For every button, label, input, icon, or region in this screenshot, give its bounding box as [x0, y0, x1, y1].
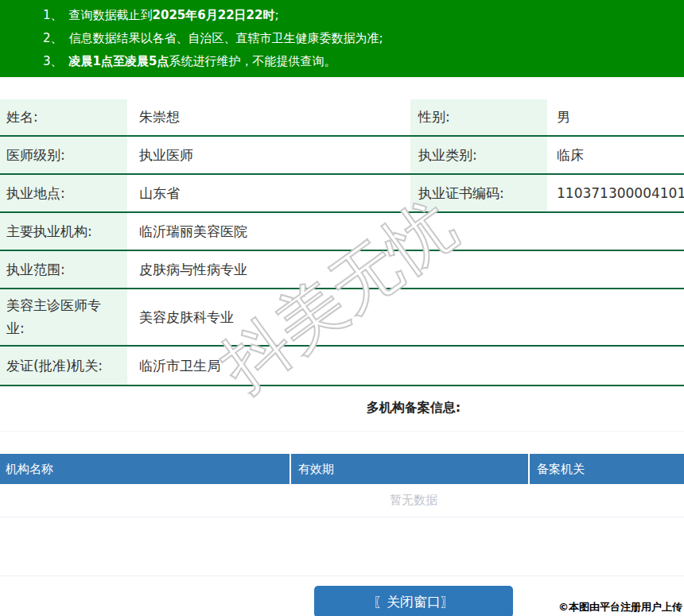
field-value-practice-place: 山东省 [127, 175, 410, 211]
notice-text: ; [274, 8, 278, 22]
field-label-gender: 性别: [410, 99, 547, 135]
field-value-practice-category: 临床 [547, 137, 684, 173]
notice-text: 系统进行维护，不能提供查询。 [169, 54, 336, 68]
field-label-practice-category: 执业类别: [410, 137, 547, 173]
field-label-certificate-no: 执业证书编码: [410, 175, 547, 211]
field-label-practice-scope: 执业范围: [0, 251, 127, 288]
notice-banner: 1、查询数据截止到2025年6月22日22时; 2、信息数据结果以各省、自治区、… [0, 0, 684, 77]
notice-item-2: 2、信息数据结果以各省、自治区、直辖市卫生健康委数据为准; [43, 27, 684, 50]
divider [0, 431, 684, 432]
table-row-place-certno: 执业地点: 山东省 执业证书编码: 110371300004101 [0, 175, 684, 213]
query-result-page: 1、查询数据截止到2025年6月22日22时; 2、信息数据结果以各省、自治区、… [0, 0, 684, 616]
multi-org-table-header: 机构名称 有效期 备案机关 [0, 454, 684, 484]
notice-number: 3、 [43, 54, 63, 68]
close-window-button[interactable]: 〖关闭窗口〗 [314, 586, 513, 616]
field-label-main-org: 主要执业机构: [0, 213, 127, 250]
field-value-cosmetic-specialty: 美容皮肤科专业 [127, 289, 684, 345]
field-value-name: 朱崇想 [127, 99, 410, 135]
table-row-practice-scope: 执业范围: 皮肤病与性病专业 [0, 251, 684, 289]
field-label-cosmetic-specialty: 美容主诊医师专业: [0, 289, 127, 345]
table-row-name-gender: 姓名: 朱崇想 性别: 男 [0, 99, 684, 137]
field-value-certificate-no: 110371300004101 [547, 175, 684, 211]
doctor-info-table: 姓名: 朱崇想 性别: 男 医师级别: 执业医师 执业类别: 临床 执业地点: … [0, 99, 684, 386]
notice-text: 信息数据结果以各省、自治区、直辖市卫生健康委数据为准; [69, 31, 383, 45]
notice-text-bold: 2025年6月22日22时 [153, 8, 275, 22]
field-value-doctor-level: 执业医师 [127, 137, 410, 173]
notice-number: 2、 [43, 31, 63, 45]
table-empty-row: 暂无数据 [0, 484, 684, 517]
table-body-spacer [0, 517, 684, 576]
notice-item-1: 1、查询数据截止到2025年6月22日22时; [43, 4, 684, 27]
field-value-issuing-authority: 临沂市卫生局 [127, 347, 684, 385]
column-header-valid-period: 有效期 [291, 454, 530, 484]
column-header-filing-authority: 备案机关 [530, 454, 684, 484]
field-label-practice-place: 执业地点: [0, 175, 127, 211]
field-label-issuing-authority: 发证(批准)机关: [0, 347, 127, 385]
upload-stamp-note: ©本图由平台注册用户上传 [558, 600, 682, 614]
notice-text-bold: 凌晨1点至凌晨5点 [69, 54, 169, 68]
table-row-cosmetic-specialty: 美容主诊医师专业: 美容皮肤科专业 [0, 289, 684, 347]
field-value-practice-scope: 皮肤病与性病专业 [127, 251, 684, 288]
empty-data-text: 暂无数据 [0, 493, 684, 508]
table-row-main-org: 主要执业机构: 临沂瑞丽美容医院 [0, 213, 684, 251]
notice-item-3: 3、凌晨1点至凌晨5点系统进行维护，不能提供查询。 [43, 50, 684, 73]
field-label-name: 姓名: [0, 99, 127, 135]
field-label-doctor-level: 医师级别: [0, 137, 127, 173]
field-value-main-org: 临沂瑞丽美容医院 [127, 213, 684, 250]
table-row-level-category: 医师级别: 执业医师 执业类别: 临床 [0, 137, 684, 175]
field-value-gender: 男 [547, 99, 684, 135]
table-row-issuing-authority: 发证(批准)机关: 临沂市卫生局 [0, 347, 684, 386]
notice-text: 查询数据截止到 [69, 8, 153, 22]
column-header-org-name: 机构名称 [0, 454, 291, 484]
multi-org-section-title: 多机构备案信息: [0, 400, 684, 417]
notice-number: 1、 [43, 8, 63, 22]
